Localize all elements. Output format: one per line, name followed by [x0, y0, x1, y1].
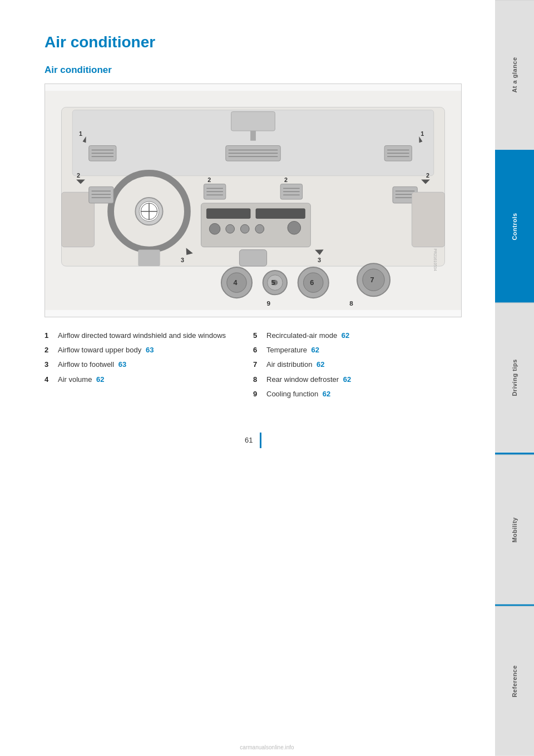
item-link[interactable]: 62 [312, 346, 319, 354]
svg-point-61 [255, 224, 264, 233]
list-item: 1 Airflow directed toward windshield and… [44, 331, 253, 341]
list-item: 9 Cooling function 62 [253, 389, 462, 399]
sidebar-divider [495, 150, 534, 152]
page-footer: 61 [44, 433, 462, 448]
item-text: Cooling function 62 [266, 389, 462, 399]
item-number: 6 [253, 345, 262, 355]
item-link[interactable]: 63 [118, 360, 126, 369]
right-column: 5 Recirculated-air mode 62 6 Temperature… [253, 331, 462, 399]
list-item: 4 Air volume 62 [44, 375, 253, 385]
svg-rect-27 [138, 250, 160, 267]
list-item: 5 Recirculated-air mode 62 [253, 331, 462, 341]
page-container: Air conditioner Air conditioner [0, 0, 534, 756]
svg-text:2: 2 [77, 172, 80, 179]
item-link[interactable]: 62 [343, 375, 351, 384]
svg-text:4: 4 [234, 278, 238, 287]
sidebar-item-reference[interactable]: Reference [495, 606, 534, 756]
svg-text:2: 2 [207, 176, 211, 183]
svg-text:1: 1 [79, 130, 82, 137]
item-number: 8 [253, 375, 262, 385]
svg-rect-29 [89, 186, 113, 203]
svg-point-62 [288, 221, 301, 234]
item-text: Rear window defroster 62 [266, 375, 462, 385]
main-content: Air conditioner Air conditioner [0, 0, 495, 756]
page-title: Air conditioner [44, 33, 462, 51]
svg-text:2: 2 [284, 176, 288, 183]
svg-point-59 [226, 224, 235, 233]
sidebar-item-driving-tips[interactable]: Driving tips [495, 303, 534, 453]
diagram-container: 1 1 [44, 84, 462, 317]
item-number: 4 [44, 375, 53, 385]
item-text: Airflow to footwell 63 [58, 360, 253, 370]
item-number: 1 [44, 331, 53, 341]
svg-rect-57 [256, 209, 305, 219]
item-text: Temperature 62 [266, 345, 462, 355]
svg-rect-56 [206, 209, 250, 219]
sidebar-item-at-a-glance[interactable]: At a glance [495, 0, 534, 150]
svg-point-60 [240, 224, 249, 233]
item-number: 5 [253, 331, 262, 341]
svg-text:6: 6 [310, 278, 314, 287]
svg-text:2: 2 [426, 172, 429, 179]
item-link[interactable]: 62 [323, 390, 330, 398]
item-number: 9 [253, 389, 262, 399]
item-text: Airflow toward upper body 63 [58, 345, 253, 355]
svg-text:5: 5 [271, 278, 275, 287]
svg-text:9: 9 [267, 300, 271, 307]
dashboard-diagram: 1 1 [45, 84, 461, 317]
svg-text:7: 7 [370, 276, 374, 284]
list-item: 2 Airflow toward upper body 63 [44, 345, 253, 355]
page-number-bar [260, 433, 261, 448]
item-link[interactable]: 62 [317, 360, 324, 369]
item-link[interactable]: 62 [342, 331, 349, 340]
svg-text:3: 3 [181, 257, 184, 263]
item-text: Airflow directed toward windshield and s… [58, 331, 253, 341]
item-number: 2 [44, 345, 53, 355]
page-number: 61 [245, 436, 253, 444]
sidebar-item-controls[interactable]: Controls [495, 152, 534, 301]
svg-text:8: 8 [349, 300, 353, 307]
item-text: Air volume 62 [58, 375, 253, 385]
watermark: carmanualsonline.info [240, 744, 294, 750]
item-text: Recirculated-air mode 62 [266, 331, 462, 341]
svg-text:3: 3 [318, 257, 321, 263]
item-link[interactable]: 62 [96, 375, 104, 384]
list-item: 8 Rear window defroster 62 [253, 375, 462, 385]
item-text: Air distribution 62 [266, 360, 462, 370]
section-title: Air conditioner [44, 65, 462, 76]
list-item: 6 Temperature 62 [253, 345, 462, 355]
list-item: 3 Airflow to footwell 63 [44, 360, 253, 370]
items-list: 1 Airflow directed toward windshield and… [44, 331, 462, 399]
svg-point-58 [209, 223, 220, 234]
svg-rect-4 [250, 131, 256, 141]
list-item: 7 Air distribution 62 [253, 360, 462, 370]
svg-text:1: 1 [421, 130, 424, 137]
sidebar-item-mobility[interactable]: Mobility [495, 455, 534, 605]
item-link[interactable]: 63 [146, 346, 154, 354]
left-column: 1 Airflow directed toward windshield and… [44, 331, 253, 399]
item-number: 7 [253, 360, 262, 370]
svg-rect-63 [239, 250, 266, 267]
svg-rect-3 [231, 112, 275, 131]
svg-text:PR21610534: PR21610534 [433, 249, 437, 271]
svg-rect-79 [412, 192, 444, 247]
item-number: 3 [44, 360, 53, 370]
sidebar: At a glance Controls Driving tips Mobili… [495, 0, 534, 756]
